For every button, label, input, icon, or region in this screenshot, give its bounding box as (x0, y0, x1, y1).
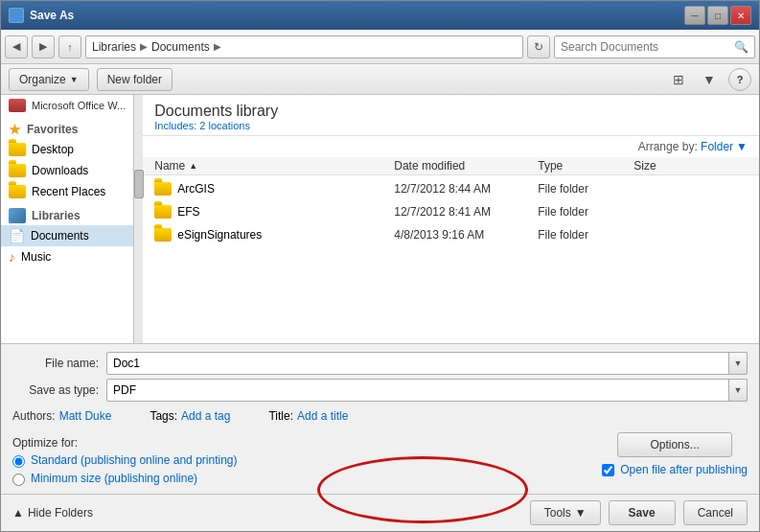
col-name-header[interactable]: Name ▲ (154, 159, 394, 173)
forward-button[interactable]: ▶ (32, 35, 55, 58)
breadcrumb-libraries[interactable]: Libraries (92, 40, 136, 54)
file-type-cell: File folder (538, 205, 633, 219)
search-input[interactable] (561, 40, 730, 54)
downloads-folder-icon (9, 164, 26, 177)
breadcrumb-documents[interactable]: Documents (151, 40, 210, 54)
col-type-header[interactable]: Type (538, 159, 633, 173)
organize-button[interactable]: Organize ▼ (9, 68, 89, 91)
view-button[interactable]: ⊞ (667, 68, 690, 91)
optimize-options-row: Optimize for: Standard (publishing onlin… (12, 432, 748, 486)
breadcrumb[interactable]: Libraries ▶ Documents ▶ (85, 35, 523, 58)
libraries-icon (9, 208, 26, 223)
new-folder-button[interactable]: New folder (97, 68, 173, 91)
tools-dropdown-arrow: ▼ (575, 506, 587, 520)
table-row[interactable]: ArcGIS 12/7/2012 8:44 AM File folder (143, 177, 759, 200)
sidebar-item-documents[interactable]: 📄 Documents (1, 225, 133, 246)
authors-label: Authors: (12, 409, 56, 423)
optimize-minimum-radio[interactable] (12, 474, 25, 486)
hide-folders-label: Hide Folders (28, 506, 93, 520)
hide-folders-button[interactable]: ▲ Hide Folders (12, 506, 93, 520)
sidebar-scrollbar[interactable] (133, 95, 143, 343)
filename-dropdown-arrow[interactable]: ▼ (728, 352, 748, 375)
sidebar: Microsoft Office W... ★ Favorites Deskto… (1, 95, 133, 343)
title-row: Title: Add a title (268, 409, 348, 423)
back-button[interactable]: ◀ (5, 35, 28, 58)
msoffice-icon (9, 99, 26, 112)
sidebar-scroll-thumb[interactable] (134, 170, 144, 198)
view-dropdown[interactable]: ▼ (698, 68, 721, 91)
arrange-by-value[interactable]: Folder ▼ (701, 140, 748, 153)
file-folder-icon (154, 205, 172, 219)
sidebar-section-favorites-label: Favorites (27, 123, 78, 136)
optimize-standard-row: Standard (publishing online and printing… (12, 453, 237, 468)
optimize-section: Optimize for: Standard (publishing onlin… (12, 436, 237, 486)
open-after-row: Open file after publishing (602, 463, 748, 476)
arrange-row: Arrange by: Folder ▼ (143, 136, 759, 157)
title-value[interactable]: Add a title (297, 409, 348, 423)
sidebar-section-libraries-label: Libraries (32, 209, 81, 222)
sidebar-section-libraries: Libraries (1, 202, 133, 225)
sidebar-item-documents-label: Documents (31, 229, 89, 243)
savetype-input[interactable] (106, 379, 748, 402)
navigation-bar: ◀ ▶ ↑ Libraries ▶ Documents ▶ ↻ 🔍 (1, 30, 759, 64)
minimize-button[interactable]: ─ (684, 6, 705, 25)
file-type-cell: File folder (538, 228, 633, 242)
up-button[interactable]: ↑ (58, 35, 81, 58)
save-as-dialog: Save As ─ □ ✕ ◀ ▶ ↑ Libraries ▶ Document… (0, 0, 760, 532)
sidebar-item-msoffice[interactable]: Microsoft Office W... (1, 95, 133, 116)
authors-value[interactable]: Matt Duke (59, 409, 112, 423)
refresh-button[interactable]: ↻ (527, 35, 550, 58)
file-list-area: Documents library Includes: 2 locations … (143, 95, 759, 343)
options-button[interactable]: Options... (617, 432, 732, 457)
favorites-star-icon: ★ (9, 122, 21, 137)
organize-label: Organize (19, 73, 66, 86)
filename-field-container: ▼ (106, 352, 748, 375)
close-button[interactable]: ✕ (730, 6, 751, 25)
breadcrumb-end-arrow: ▶ (214, 41, 221, 52)
sidebar-item-msoffice-label: Microsoft Office W... (32, 100, 126, 111)
file-name-cell: eSignSignatures (154, 228, 394, 242)
organize-dropdown-arrow: ▼ (70, 75, 79, 84)
optimize-standard-radio[interactable] (12, 455, 25, 468)
search-box[interactable]: 🔍 (554, 35, 755, 58)
open-after-checkbox[interactable] (602, 464, 614, 476)
col-size-header[interactable]: Size (633, 159, 710, 173)
breadcrumb-separator: ▶ (140, 41, 148, 52)
action-section: Options... Open file after publishing (602, 432, 748, 476)
window-controls: ─ □ ✕ (684, 6, 751, 25)
sidebar-item-desktop[interactable]: Desktop (1, 139, 133, 160)
sidebar-item-downloads[interactable]: Downloads (1, 160, 133, 181)
filename-input[interactable] (106, 352, 748, 375)
main-area: Microsoft Office W... ★ Favorites Deskto… (1, 95, 759, 343)
maximize-button[interactable]: □ (707, 6, 728, 25)
tags-value[interactable]: Add a tag (181, 409, 230, 423)
music-icon: ♪ (9, 249, 15, 265)
recent-folder-icon (9, 185, 26, 198)
title-bar: Save As ─ □ ✕ (1, 1, 759, 30)
cancel-button[interactable]: Cancel (683, 500, 748, 525)
sidebar-item-music[interactable]: ♪ Music (1, 246, 133, 267)
arrange-dropdown-arrow: ▼ (736, 140, 748, 153)
optimize-minimum-row: Minimum size (publishing online) (12, 472, 237, 486)
savetype-dropdown-arrow[interactable]: ▼ (728, 379, 748, 402)
column-header: Name ▲ Date modified Type Size (143, 157, 759, 175)
file-date-cell: 12/7/2012 8:44 AM (394, 182, 538, 196)
table-row[interactable]: eSignSignatures 4/8/2013 9:16 AM File fo… (143, 223, 759, 246)
title-label: Title: (268, 409, 293, 423)
sidebar-item-recent[interactable]: Recent Places (1, 181, 133, 202)
bottom-content: File name: ▼ Save as type: ▼ Authors: Ma… (1, 343, 759, 494)
desktop-folder-icon (9, 143, 26, 156)
file-list: ArcGIS 12/7/2012 8:44 AM File folder EFS… (143, 175, 759, 343)
col-date-header[interactable]: Date modified (394, 159, 538, 173)
save-button[interactable]: Save (609, 500, 676, 525)
tags-row: Tags: Add a tag (150, 409, 230, 423)
library-subtitle[interactable]: Includes: 2 locations (154, 120, 748, 131)
file-list-header: Documents library Includes: 2 locations (143, 95, 759, 136)
sort-arrow: ▲ (189, 161, 197, 171)
open-after-label[interactable]: Open file after publishing (620, 463, 748, 476)
tools-button[interactable]: Tools ▼ (530, 500, 601, 525)
bottom-area: File name: ▼ Save as type: ▼ Authors: Ma… (1, 343, 759, 494)
table-row[interactable]: EFS 12/7/2012 8:41 AM File folder (143, 200, 759, 223)
help-button[interactable]: ? (728, 68, 751, 91)
window-icon (9, 8, 24, 23)
